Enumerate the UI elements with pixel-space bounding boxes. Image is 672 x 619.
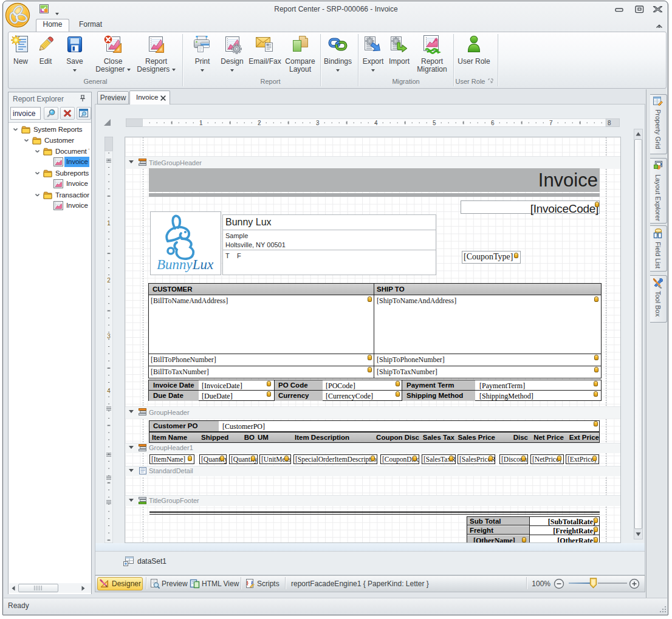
- svg-text:7: 7: [549, 120, 553, 126]
- svg-text:8: 8: [608, 120, 611, 126]
- svg-text:4: 4: [107, 388, 111, 394]
- svg-text:2: 2: [258, 120, 261, 126]
- svg-text:1: 1: [199, 120, 203, 126]
- svg-text:4: 4: [374, 120, 378, 126]
- svg-text:BunnyLux: BunnyLux: [157, 257, 214, 272]
- svg-text:2: 2: [107, 277, 111, 284]
- svg-text:5: 5: [433, 120, 436, 126]
- svg-text:3: 3: [316, 120, 320, 126]
- svg-text:3: 3: [107, 333, 111, 340]
- svg-text:1: 1: [107, 220, 111, 227]
- svg-text:6: 6: [491, 120, 495, 126]
